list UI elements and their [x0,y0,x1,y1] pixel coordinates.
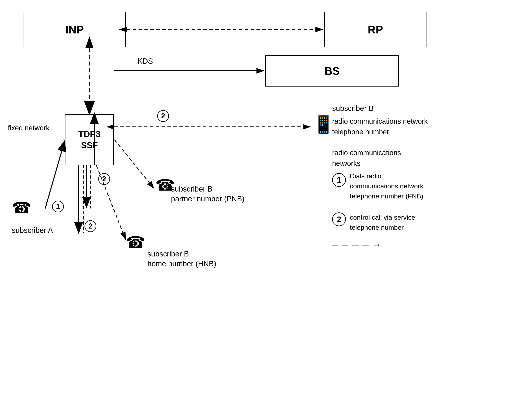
kds-label: KDS [138,57,153,65]
ssf-label: SSF [81,140,98,151]
subscriber-b-top-label: subscriber B [332,104,374,113]
inp-label: INP [65,23,84,36]
subscriber-b-mid-label: subscriber B [171,185,212,193]
radio-comm-networks-label: radio communications networks [332,148,401,169]
subscriber-a-label: subscriber A [12,226,53,235]
rp-label: RP [368,23,383,36]
legend-1-label: Dials radio communications network telep… [350,171,423,201]
legend-circle-2: 2 [332,212,346,226]
svg-line-8 [114,140,154,189]
rp-box: RP [324,12,426,47]
radio-comm-tel-label: radio communications network telephone n… [332,116,428,137]
bs-box: BS [265,55,399,87]
legend-2-label: control call via service telephone numbe… [350,212,415,233]
diagram-circle-2-top: 2 [157,110,169,122]
home-number-label: home number (HNB) [147,260,216,268]
diagram-circle-1: 1 [52,200,64,212]
partner-number-label: partner number (PNB) [171,195,245,203]
legend-dashed-arrow: ─ ─ ─ ─ → [332,240,382,250]
fixed-network-label: fixed network [8,124,50,132]
diagram-circle-2-mid: 2 [98,173,110,185]
diagram-circle-2-bot: 2 [84,220,96,232]
diagram-container: INP RP BS TDP3 SSF KDS fixed network sub… [0,0,532,401]
legend-circle-1: 1 [332,173,346,187]
bs-label: BS [324,65,340,77]
subscriber-b-bot-label: subscriber B [147,250,189,258]
subscriber-b-bot-phone-icon: ☎ [126,233,146,251]
inp-box: INP [24,12,126,47]
tdp3-label: TDP3 [78,129,101,140]
mobile-phone-icon: 📱 [312,114,335,135]
tdp3-box: TDP3 SSF [65,114,114,165]
subscriber-b-mid-phone-icon: ☎ [155,176,175,194]
subscriber-a-phone-icon: ☎ [12,199,32,217]
svg-line-6 [45,142,64,208]
